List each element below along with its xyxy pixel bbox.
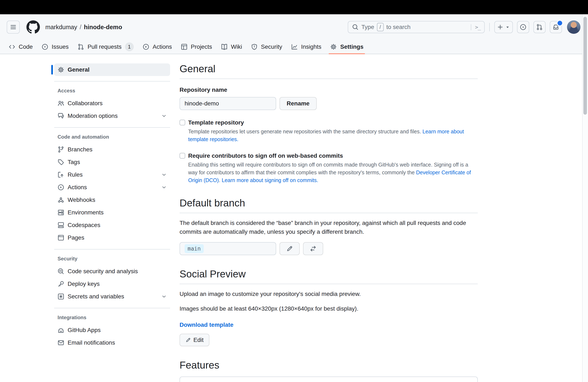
- browser-icon: [58, 234, 64, 241]
- command-palette-icon[interactable]: >_: [471, 24, 481, 30]
- sidebar-item-rules[interactable]: Rules: [54, 169, 170, 181]
- signoff-label: Require contributors to sign off on web-…: [188, 152, 474, 160]
- sidebar-item-actions[interactable]: Actions: [54, 181, 170, 194]
- arrow-switch-icon: [310, 245, 316, 252]
- play-icon: [143, 43, 149, 50]
- code-icon: [9, 43, 15, 50]
- inbox-button[interactable]: [550, 21, 562, 33]
- sidebar-item-deploy-keys[interactable]: Deploy keys: [54, 278, 170, 290]
- template-repository-checkbox[interactable]: [180, 120, 185, 125]
- sidebar-item-environments[interactable]: Environments: [54, 206, 170, 219]
- sidebar-item-github-apps[interactable]: GitHub Apps: [54, 324, 170, 337]
- sidebar-item-secrets-and-variables[interactable]: Secrets and variables: [54, 290, 170, 303]
- default-branch-description: The default branch is considered the “ba…: [180, 219, 478, 236]
- default-branch-heading: Default branch: [180, 197, 478, 213]
- tab-label: Issues: [52, 43, 69, 50]
- global-search-input[interactable]: Type / to search >_: [348, 21, 485, 33]
- chevron-down-icon: [161, 185, 167, 190]
- unread-notification-dot: [556, 20, 563, 26]
- tab-label: Projects: [191, 43, 212, 50]
- github-settings-page: { "colors": { "accent_link_blue": "#0969…: [0, 0, 588, 382]
- tab-insights[interactable]: Insights: [288, 40, 325, 54]
- sidebar-item-collaborators[interactable]: Collaborators: [54, 97, 170, 110]
- book-icon: [221, 43, 228, 50]
- signoff-checkbox[interactable]: [180, 153, 185, 159]
- tab-projects[interactable]: Projects: [177, 40, 216, 54]
- sidebar-item-label: General: [68, 66, 89, 73]
- description-text: .: [219, 177, 222, 183]
- tab-wiki[interactable]: Wiki: [217, 40, 246, 54]
- top-black-bar: [0, 0, 588, 14]
- hamburger-menu-button[interactable]: [7, 21, 20, 34]
- sidebar-item-label: Webhooks: [68, 197, 95, 203]
- hamburger-icon: [10, 24, 17, 30]
- sidebar-section-access: Access: [54, 88, 170, 94]
- sidebar-item-label: GitHub Apps: [68, 327, 101, 334]
- github-logo-icon[interactable]: [26, 20, 40, 34]
- sidebar-item-moderation-options[interactable]: Moderation options: [54, 110, 170, 122]
- git-branch-icon: [58, 146, 64, 153]
- pull-requests-dashboard-button[interactable]: [533, 21, 546, 33]
- sidebar-item-label: Secrets and variables: [68, 293, 124, 300]
- chevron-down-icon: [161, 113, 167, 119]
- breadcrumb-owner[interactable]: markdumay: [45, 24, 77, 31]
- create-new-button[interactable]: [494, 21, 513, 33]
- sidebar-item-branches[interactable]: Branches: [54, 143, 170, 156]
- sidebar-item-label: Rules: [68, 171, 83, 178]
- secret-icon: [58, 293, 64, 300]
- social-preview-line2: Images should be at least 640×320px (128…: [180, 304, 478, 313]
- settings-main-content: General Repository name Rename Template …: [180, 54, 478, 382]
- issues-dashboard-button[interactable]: [517, 21, 529, 33]
- rules-icon: [58, 171, 64, 178]
- breadcrumb-repo[interactable]: hinode-demo: [84, 24, 122, 31]
- sidebar-divider: [54, 127, 170, 128]
- tab-label: Settings: [340, 43, 363, 50]
- tab-pull-requests[interactable]: Pull requests 1: [74, 40, 137, 54]
- sidebar-item-tags[interactable]: Tags: [54, 156, 170, 169]
- download-template-link[interactable]: Download template: [180, 321, 233, 328]
- git-pull-request-icon: [536, 24, 543, 30]
- tab-actions[interactable]: Actions: [139, 40, 176, 54]
- sidebar-item-general[interactable]: General: [54, 64, 170, 76]
- chevron-down-icon: [161, 172, 167, 177]
- tab-code[interactable]: Code: [5, 40, 36, 54]
- tab-label: Security: [261, 43, 282, 50]
- default-branch-input[interactable]: main: [180, 242, 276, 255]
- signoff-learn-more-link[interactable]: Learn more about signing off on commits.: [222, 177, 318, 183]
- user-avatar[interactable]: [567, 20, 580, 34]
- comment-discussion-icon: [58, 113, 64, 119]
- switch-default-branch-button[interactable]: [303, 242, 323, 255]
- tab-issues[interactable]: Issues: [38, 40, 72, 54]
- sidebar-item-label: Environments: [68, 209, 104, 216]
- sidebar-item-pages[interactable]: Pages: [54, 232, 170, 244]
- edit-default-branch-button[interactable]: [279, 242, 300, 255]
- table-icon: [181, 43, 188, 50]
- branch-name-token: main: [185, 244, 204, 253]
- tag-icon: [58, 159, 64, 166]
- sidebar-section-integrations: Integrations: [54, 315, 170, 320]
- scrollbar-thumb[interactable]: [583, 17, 587, 115]
- sidebar-section-code-and-automation: Code and automation: [54, 134, 170, 140]
- sidebar-item-label: Branches: [68, 146, 92, 153]
- sidebar-item-codespaces[interactable]: Codespaces: [54, 219, 170, 232]
- sidebar-item-label: Actions: [68, 184, 87, 191]
- sidebar-divider: [54, 308, 170, 308]
- scrollbar-track[interactable]: [582, 14, 588, 382]
- sidebar-item-webhooks[interactable]: Webhooks: [54, 194, 170, 206]
- features-box: Wikis Wikis host documentation for your …: [180, 377, 478, 382]
- tab-security[interactable]: Security: [247, 40, 286, 54]
- edit-social-preview-button[interactable]: Edit: [180, 334, 209, 346]
- tab-label: Insights: [301, 43, 321, 50]
- template-repository-setting: Template repository Template repositorie…: [180, 119, 478, 143]
- signoff-description: Enabling this setting will require contr…: [188, 161, 474, 184]
- sidebar-item-code-security[interactable]: Code security and analysis: [54, 265, 170, 278]
- pencil-icon: [186, 337, 191, 343]
- tab-settings[interactable]: Settings: [327, 40, 367, 54]
- repo-tab-bar: Code Issues Pull requests 1 Actions Proj…: [0, 40, 588, 54]
- rename-button[interactable]: Rename: [279, 97, 317, 110]
- server-icon: [58, 209, 64, 216]
- repository-name-input[interactable]: [180, 97, 276, 110]
- search-placeholder-before: Type: [361, 24, 374, 30]
- search-placeholder-after: to search: [386, 24, 411, 30]
- sidebar-item-email-notifications[interactable]: Email notifications: [54, 337, 170, 349]
